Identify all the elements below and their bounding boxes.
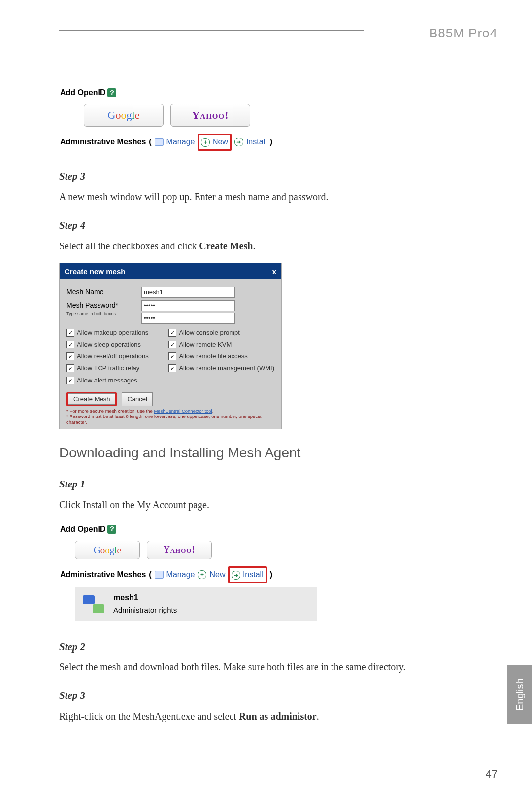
plus-icon: + bbox=[201, 138, 210, 147]
cb-label: Allow remote KVM bbox=[179, 340, 232, 349]
dialog-title: Create new mesh bbox=[65, 266, 125, 277]
section-download-install: Downloading and Installing Mesh Agent bbox=[59, 442, 483, 463]
checkbox-makeup[interactable]: ✓ bbox=[66, 329, 74, 337]
dialog-footnote-2: * Password must be at least 8 length, on… bbox=[66, 414, 274, 425]
cb-label: Allow TCP traffic relay bbox=[77, 363, 139, 373]
manage-icon bbox=[155, 138, 164, 146]
cb-label: Allow reset/off operations bbox=[77, 351, 149, 361]
admin-meshes-label: Administrative Meshes bbox=[60, 569, 146, 581]
cancel-button[interactable]: Cancel bbox=[122, 392, 152, 406]
yahoo-button[interactable]: Yahoo! bbox=[147, 541, 212, 559]
new-link[interactable]: New bbox=[209, 569, 225, 581]
checkbox-tcp[interactable]: ✓ bbox=[66, 364, 74, 372]
add-openid-label: Add OpenID bbox=[60, 87, 105, 99]
account-screenshot-new: Add OpenID ? Google Yahoo! Administrativ… bbox=[59, 85, 483, 156]
help-icon[interactable]: ? bbox=[107, 525, 116, 534]
step-3b-label: Step 3 bbox=[59, 688, 483, 704]
checkbox-alert[interactable]: ✓ bbox=[66, 377, 74, 384]
cb-label: Allow console prompt bbox=[179, 328, 240, 338]
language-side-tab: English bbox=[507, 665, 532, 724]
checkbox-file[interactable]: ✓ bbox=[168, 352, 176, 360]
page-header-product: B85M Pro4 bbox=[429, 26, 498, 41]
checkbox-wmi[interactable]: ✓ bbox=[168, 364, 176, 372]
install-link[interactable]: Install bbox=[246, 136, 267, 148]
checkbox-console[interactable]: ✓ bbox=[168, 329, 176, 337]
manage-icon bbox=[155, 571, 164, 579]
checkbox-sleep[interactable]: ✓ bbox=[66, 341, 74, 348]
mesh-password-input-2[interactable]: ••••• bbox=[141, 313, 235, 324]
step-1b-text: Click Install on the My Account page. bbox=[59, 497, 483, 513]
account-screenshot-install: Add OpenID ? Google Yahoo! Administrativ… bbox=[59, 521, 483, 626]
step-1b-label: Step 1 bbox=[59, 476, 483, 492]
mesh-name: mesh1 bbox=[113, 592, 177, 604]
mesh-password-label: Mesh Password* bbox=[66, 301, 118, 309]
install-link[interactable]: Install bbox=[243, 570, 264, 579]
cb-label: Allow remote management (WMI) bbox=[179, 363, 274, 373]
step-2b-text: Select the mesh and download both files.… bbox=[59, 659, 483, 675]
mesh-password-hint: Type same in both boxes bbox=[66, 311, 135, 318]
cb-label: Allow alert messages bbox=[77, 376, 137, 385]
cb-label: Allow makeup operations bbox=[77, 328, 148, 338]
plus-icon: + bbox=[198, 570, 206, 579]
page-number: 47 bbox=[486, 768, 498, 781]
mesh-list-item[interactable]: mesh1 Administrator rights bbox=[75, 587, 317, 621]
dialog-footnote-1: * For more secure mesh creation, use the… bbox=[66, 408, 274, 414]
new-link-highlight: + New bbox=[198, 134, 231, 151]
step-4-label: Step 4 bbox=[59, 217, 483, 234]
step-3b-text: Right-click on the MeshAgent.exe and sel… bbox=[59, 709, 483, 724]
mesh-name-input[interactable]: mesh1 bbox=[141, 287, 235, 298]
install-link-highlight: ➜ Install bbox=[228, 566, 266, 584]
google-button[interactable]: Google bbox=[75, 541, 140, 559]
checkbox-kvm[interactable]: ✓ bbox=[168, 341, 176, 348]
step-3a-label: Step 3 bbox=[59, 169, 483, 185]
manage-link[interactable]: Manage bbox=[166, 569, 195, 581]
yahoo-button[interactable]: Yahoo! bbox=[170, 104, 250, 127]
cb-label: Allow sleep operations bbox=[77, 340, 141, 349]
step-2b-label: Step 2 bbox=[59, 639, 483, 655]
cb-label: Allow remote file access bbox=[179, 351, 247, 361]
checkbox-reset[interactable]: ✓ bbox=[66, 352, 74, 360]
mesh-rights: Administrator rights bbox=[113, 604, 177, 616]
step-3a-text: A new mesh window will pop up. Enter a m… bbox=[59, 189, 483, 205]
step-4-text: Select all the checkboxes and click Crea… bbox=[59, 239, 483, 254]
manage-link[interactable]: Manage bbox=[166, 136, 195, 148]
mesh-password-input-1[interactable]: ••••• bbox=[141, 300, 235, 311]
create-mesh-button[interactable]: Create Mesh bbox=[68, 393, 115, 405]
new-link[interactable]: New bbox=[212, 138, 228, 146]
mesh-name-label: Mesh Name bbox=[66, 287, 135, 298]
admin-meshes-label: Administrative Meshes bbox=[60, 136, 146, 148]
install-icon: ➜ bbox=[234, 138, 243, 146]
google-button[interactable]: Google bbox=[84, 104, 164, 127]
connector-tool-link[interactable]: MeshCentral Connector tool bbox=[154, 408, 212, 414]
mesh-icon bbox=[83, 595, 104, 613]
add-openid-label: Add OpenID bbox=[60, 523, 105, 536]
create-mesh-dialog: Create new mesh x Mesh Name mesh1 Mesh P… bbox=[59, 263, 282, 429]
close-icon[interactable]: x bbox=[272, 266, 276, 277]
install-icon: ➜ bbox=[232, 571, 240, 580]
help-icon[interactable]: ? bbox=[107, 88, 116, 97]
